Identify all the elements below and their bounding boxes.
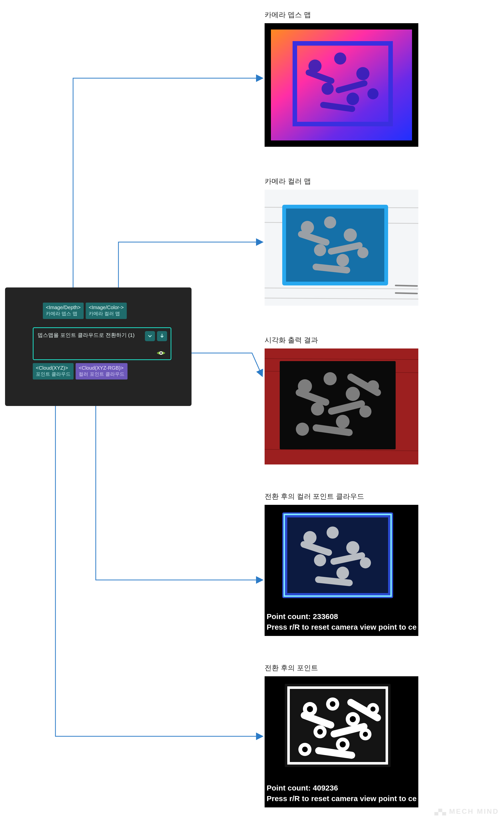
node-panel: <Image/Depth> 카메라 뎁스 맵 <Image/Color-> 카메… xyxy=(5,287,192,406)
svg-point-24 xyxy=(314,244,326,256)
node-title: 뎁스맵을 포인트 클라우드로 전환하기 (1) xyxy=(38,332,135,338)
svg-point-44 xyxy=(296,423,309,436)
svg-point-57 xyxy=(336,567,349,579)
svg-point-79 xyxy=(350,716,356,722)
preview-image xyxy=(265,348,418,465)
input-port-color[interactable]: <Image/Color-> 카메라 컬러 맵 xyxy=(86,302,127,319)
svg-point-8 xyxy=(322,83,334,95)
preview-depth: 카메라 뎁스 맵 xyxy=(265,10,418,147)
svg-point-6 xyxy=(334,52,346,65)
output-port-cloud[interactable]: <Cloud(XYZ)> 포인트 클라우드 xyxy=(33,363,74,379)
port-type: <Image/Color-> xyxy=(89,304,124,311)
svg-point-81 xyxy=(340,741,346,747)
port-name: 포인트 클라우드 xyxy=(36,371,71,377)
connector-lines xyxy=(0,0,504,818)
watermark: ▄▀▄ MECH MIND xyxy=(434,807,499,815)
node-body[interactable]: 뎁스맵을 포인트 클라우드로 전환하기 (1) xyxy=(33,327,171,360)
visualize-icon[interactable] xyxy=(155,349,167,357)
point-count-text: Point count: 409236 xyxy=(267,784,338,792)
preview-color: 카메라 컬러 맵 xyxy=(265,176,418,305)
svg-point-10 xyxy=(367,88,379,99)
port-name: 카메라 컬러 맵 xyxy=(89,311,124,317)
svg-point-84 xyxy=(302,747,308,752)
preview-label: 전환 후의 포인트 xyxy=(265,663,418,673)
preview-visualization: 시각화 출력 결과 xyxy=(265,335,418,465)
port-type: <Cloud(XYZ)> xyxy=(36,364,71,371)
hint-text: Press r/R to reset camera view point to … xyxy=(267,794,417,803)
input-port-depth[interactable]: <Image/Depth> 카메라 뎁스 맵 xyxy=(43,302,84,319)
svg-rect-36 xyxy=(280,361,396,449)
port-name: 컬러 포인트 클라우드 xyxy=(79,371,124,377)
svg-line-30 xyxy=(396,285,417,286)
hint-text: Press r/R to reset camera view point to … xyxy=(267,623,417,631)
svg-point-23 xyxy=(344,228,357,241)
preview-image: Point count: 233608 Press r/R to reset c… xyxy=(265,505,418,636)
svg-line-31 xyxy=(396,293,417,293)
svg-point-80 xyxy=(317,729,323,735)
svg-point-39 xyxy=(346,387,360,401)
svg-point-38 xyxy=(324,372,337,385)
svg-point-1 xyxy=(160,352,162,354)
svg-point-9 xyxy=(347,93,359,105)
svg-point-25 xyxy=(336,254,349,266)
svg-point-82 xyxy=(363,732,368,737)
svg-point-54 xyxy=(327,527,339,539)
preview-label: 시각화 출력 결과 xyxy=(265,335,418,345)
preview-label: 전환 후의 컬러 포인트 클라우드 xyxy=(265,492,418,501)
preview-image: Point count: 409236 Press r/R to reset c… xyxy=(265,676,418,807)
svg-point-56 xyxy=(314,554,326,566)
svg-point-22 xyxy=(324,216,336,228)
port-type: <Cloud(XYZ-RGB)> xyxy=(79,364,124,371)
svg-point-78 xyxy=(330,701,335,707)
preview-cloud: 전환 후의 포인트 Point count: 4 xyxy=(265,663,418,807)
preview-label: 카메라 컬러 맵 xyxy=(265,176,418,186)
expand-icon[interactable] xyxy=(145,331,155,341)
output-port-rgb-cloud[interactable]: <Cloud(XYZ-RGB)> 컬러 포인트 클라우드 xyxy=(76,363,128,379)
svg-point-41 xyxy=(336,415,350,429)
port-type: <Image/Depth> xyxy=(46,304,81,311)
preview-image xyxy=(265,190,418,305)
svg-point-83 xyxy=(370,707,375,712)
point-count-text: Point count: 233608 xyxy=(267,612,338,621)
preview-rgb-cloud: 전환 후의 컬러 포인트 클라우드 Point count: 233608 Pr… xyxy=(265,492,418,636)
preview-label: 카메라 뎁스 맵 xyxy=(265,10,418,20)
run-icon[interactable] xyxy=(157,331,167,341)
svg-point-77 xyxy=(307,706,313,712)
port-name: 카메라 뎁스 맵 xyxy=(46,311,81,317)
svg-point-55 xyxy=(346,541,359,554)
preview-image xyxy=(265,23,418,147)
svg-point-7 xyxy=(356,67,369,80)
